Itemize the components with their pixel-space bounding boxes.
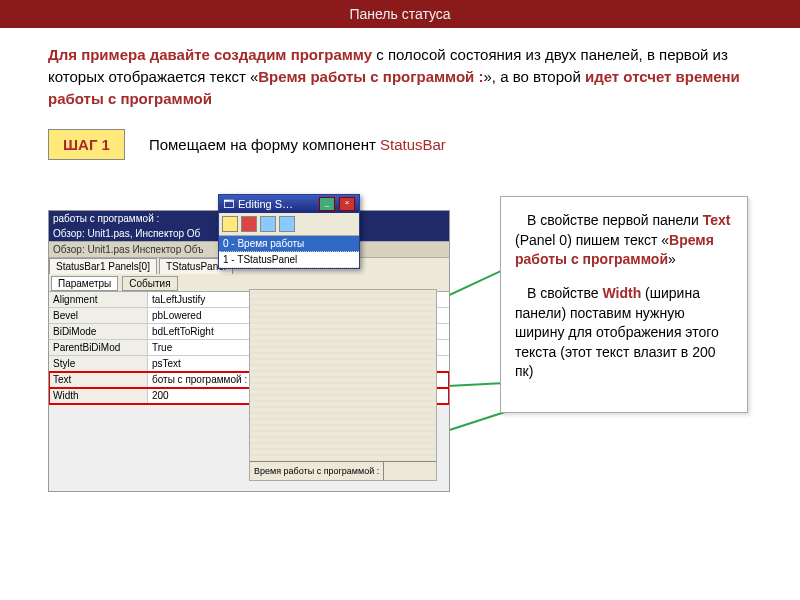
note-accent: Width xyxy=(602,285,641,301)
move-down-icon[interactable] xyxy=(279,216,295,232)
note-text: В свойстве первой панели xyxy=(527,212,703,228)
popup-toolbar xyxy=(219,213,359,236)
note-box: В свойстве первой панели Text (Panel 0) … xyxy=(500,196,748,413)
step-row: ШАГ 1 Помещаем на форму компонент Status… xyxy=(48,129,752,160)
panels-editor-popup: 🗔 Editing S… _ × 0 - Время работы 1 - TS… xyxy=(218,194,360,269)
step-badge: ШАГ 1 xyxy=(48,129,125,160)
property-name: Bevel xyxy=(49,308,148,323)
note-accent: Text xyxy=(703,212,731,228)
property-name: ParentBiDiMod xyxy=(49,340,148,355)
list-item[interactable]: 0 - Время работы xyxy=(219,236,359,252)
content: Для примера давайте создадим программу с… xyxy=(0,28,800,536)
list-item[interactable]: 1 - TStatusPanel xyxy=(219,252,359,268)
delete-icon[interactable] xyxy=(241,216,257,232)
property-name: Alignment xyxy=(49,292,148,307)
status-panel-0: Время работы с программой : xyxy=(250,462,384,480)
note-text: (Panel 0) пишем текст « xyxy=(515,232,669,248)
form-statusbar: Время работы с программой : xyxy=(250,461,436,480)
step-text-a: Помещаем на форму компонент xyxy=(149,136,380,153)
popup-title-text: Editing S… xyxy=(238,198,315,210)
minimize-icon[interactable]: _ xyxy=(319,197,335,211)
add-icon[interactable] xyxy=(222,216,238,232)
note-text: В свойстве xyxy=(527,285,602,301)
step-text: Помещаем на форму компонент StatusBar xyxy=(149,136,446,153)
intro-paragraph: Для примера давайте создадим программу с… xyxy=(48,44,752,109)
property-name: BiDiMode xyxy=(49,324,148,339)
property-name: Text xyxy=(49,372,148,387)
intro-lead: Для примера давайте создадим программу xyxy=(48,46,372,63)
intro-rest2: », а во второй xyxy=(484,68,585,85)
step-component: StatusBar xyxy=(380,136,446,153)
move-up-icon[interactable] xyxy=(260,216,276,232)
page-title: Панель статуса xyxy=(0,0,800,28)
app-icon: 🗔 xyxy=(223,198,234,210)
tab-object[interactable]: StatusBar1 Panels[0] xyxy=(49,258,157,274)
note-p1: В свойстве первой панели Text (Panel 0) … xyxy=(515,211,733,270)
note-text: » xyxy=(668,251,676,267)
property-name: Width xyxy=(49,388,148,403)
tab-events[interactable]: События xyxy=(122,276,177,291)
panels-list: 0 - Время работы 1 - TStatusPanel xyxy=(219,236,359,268)
note-p2: В свойстве Width (ширина панели) постави… xyxy=(515,284,733,382)
tab-properties[interactable]: Параметры xyxy=(51,276,118,291)
popup-titlebar: 🗔 Editing S… _ × xyxy=(219,195,359,213)
property-name: Style xyxy=(49,356,148,371)
intro-quoted: Время работы с программой : xyxy=(258,68,483,85)
lower-area: В свойстве первой панели Text (Panel 0) … xyxy=(48,196,752,536)
close-icon[interactable]: × xyxy=(339,197,355,211)
form-designer: Время работы с программой : xyxy=(249,289,437,481)
